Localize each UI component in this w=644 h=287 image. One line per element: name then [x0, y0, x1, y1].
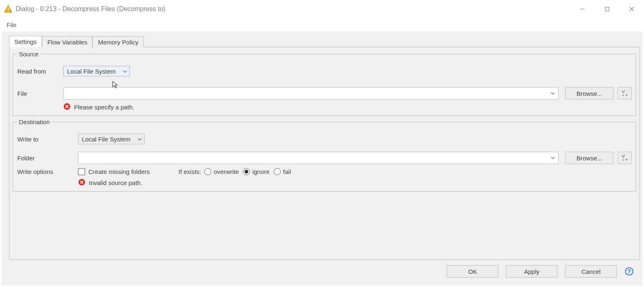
chevron-down-icon	[138, 136, 142, 143]
read-from-value: Local File System	[67, 68, 115, 75]
apply-button[interactable]: Apply	[506, 265, 558, 278]
svg-rect-2	[8, 11, 9, 12]
create-missing-folders-checkbox[interactable]: Create missing folders	[78, 168, 150, 175]
svg-text:v: v	[622, 90, 625, 95]
browse-file-button[interactable]: Browse...	[565, 87, 614, 100]
menu-bar: File	[0, 18, 644, 31]
file-input-wrapper	[63, 87, 559, 100]
folder-input-wrapper	[78, 152, 559, 164]
flow-variable-button-source[interactable]: v	[618, 87, 632, 100]
window-title: Dialog - 0:213 - Decompress Files (Decom…	[16, 5, 166, 13]
svg-rect-4	[605, 7, 609, 11]
create-missing-folders-label: Create missing folders	[88, 168, 150, 175]
close-button[interactable]	[619, 0, 644, 18]
browse-folder-button[interactable]: Browse...	[565, 152, 614, 164]
write-to-label: Write to	[17, 136, 63, 143]
help-icon[interactable]: ?	[624, 266, 634, 276]
destination-error-text: Invalid source path.	[89, 179, 142, 186]
cancel-button[interactable]: Cancel	[565, 265, 617, 278]
error-icon	[78, 178, 85, 187]
source-legend: Source	[17, 51, 40, 58]
ok-button[interactable]: OK	[447, 265, 499, 278]
minimize-button[interactable]	[570, 0, 595, 18]
svg-text:?: ?	[628, 268, 631, 275]
radio-overwrite[interactable]: overwrite	[204, 168, 239, 175]
radio-fail-label: fail	[283, 168, 291, 175]
write-to-value: Local File System	[82, 136, 130, 143]
source-error-text: Please specify a path.	[74, 104, 134, 111]
tab-memory-policy[interactable]: Memory Policy	[92, 36, 143, 47]
title-bar: Dialog - 0:213 - Decompress Files (Decom…	[0, 0, 644, 18]
tab-row: Settings Flow Variables Memory Policy	[9, 34, 640, 47]
file-label: File	[17, 90, 63, 97]
dialog-footer: OK Apply Cancel ?	[9, 260, 640, 283]
read-from-select[interactable]: Local File System	[63, 66, 130, 76]
error-icon	[63, 103, 71, 111]
folder-input[interactable]	[78, 152, 547, 164]
if-exists-label: If exists:	[178, 168, 201, 175]
folder-label: Folder	[17, 155, 63, 162]
tab-flow-variables[interactable]: Flow Variables	[42, 36, 92, 47]
chevron-down-icon	[123, 68, 127, 75]
svg-point-14	[623, 160, 624, 161]
destination-group: Destination Write to Local File System F…	[13, 118, 636, 192]
radio-fail[interactable]: fail	[274, 168, 291, 175]
destination-legend: Destination	[17, 118, 51, 125]
svg-text:v: v	[622, 155, 625, 159]
read-from-label: Read from	[17, 68, 63, 75]
file-input[interactable]	[64, 88, 547, 99]
menu-file[interactable]: File	[4, 21, 19, 29]
svg-point-9	[623, 95, 624, 96]
folder-history-dropdown[interactable]	[547, 152, 558, 164]
source-group: Source Read from Local File System File …	[13, 51, 636, 116]
tab-settings[interactable]: Settings	[9, 36, 42, 47]
radio-ignore[interactable]: ignore	[243, 168, 270, 175]
file-history-dropdown[interactable]	[547, 88, 558, 99]
svg-rect-1	[8, 7, 9, 10]
flow-variable-button-destination[interactable]: v	[618, 152, 632, 164]
write-options-label: Write options	[17, 168, 63, 175]
write-to-select[interactable]: Local File System	[78, 134, 145, 144]
maximize-button[interactable]	[595, 0, 619, 18]
radio-overwrite-label: overwrite	[214, 168, 239, 175]
app-icon	[4, 5, 12, 13]
radio-ignore-label: ignore	[252, 168, 270, 175]
